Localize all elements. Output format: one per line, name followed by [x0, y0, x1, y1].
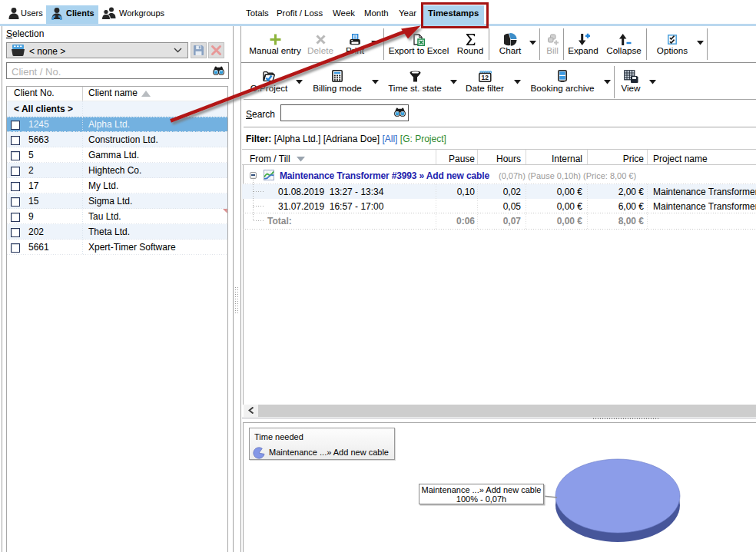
svg-text:12: 12 — [481, 74, 489, 81]
